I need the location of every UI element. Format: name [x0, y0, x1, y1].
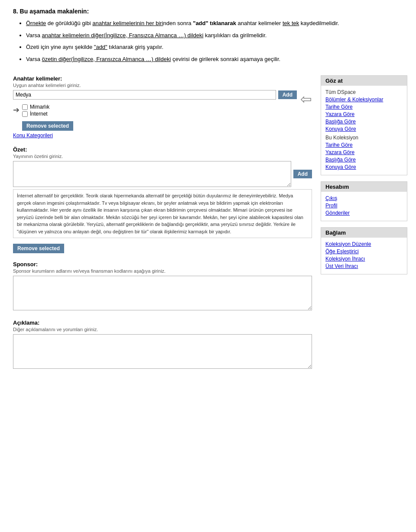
ozet-section: Özet: Yayınının özetini giriniz. Add İnt… [13, 146, 312, 253]
ozet-input-row: Add [13, 161, 312, 187]
sidebar-link-yazara2[interactable]: Yazara Göre [325, 149, 403, 155]
aciklama-hint: Diğer açıklamalarını ve yorumları girini… [13, 327, 312, 332]
bullet-4-underline: özetin diğer(İngilizce, Fransızca Almanc… [42, 56, 171, 62]
aciklama-textarea[interactable] [13, 334, 312, 369]
keywords-input[interactable] [13, 90, 276, 100]
ozet-remove-selected-button[interactable]: Remove selected [13, 244, 64, 253]
sponsor-section: Sponsor: Sponsor kurumların adlarını ve/… [13, 261, 312, 312]
sidebar-link-konuya2[interactable]: Konuya Göre [325, 164, 403, 170]
bullet-3-add: "add" [94, 44, 107, 50]
keywords-input-row: Add [13, 90, 297, 100]
ozet-title: Özet: [13, 146, 312, 153]
bullet-4: Varsa özetin diğer(İngilizce, Fransızca … [26, 55, 403, 64]
bullet-3: Özeti için yine aynı şekilde "add" tıkla… [26, 43, 403, 52]
sidebar-bu-koleksiyon-label: Bu Koleksiyon [325, 135, 403, 141]
sidebar-goz-at-title: Göz at [321, 76, 407, 86]
sidebar-link-yazara1[interactable]: Yazara Göre [325, 111, 403, 117]
sidebar: Göz at Tüm DSpace Bölümler & Koleksiyonl… [316, 75, 407, 378]
keywords-add-button[interactable]: Add [278, 90, 297, 99]
konu-kategorileri-link[interactable]: Konu Kategorileri [13, 132, 297, 139]
keywords-remove-selected-button[interactable]: Remove selected [22, 121, 73, 131]
sponsor-textarea[interactable] [13, 276, 312, 310]
bullet-1: Örnekte de görüldüğü gibi anahtar kelime… [26, 19, 403, 28]
sidebar-goz-at-box: Göz at Tüm DSpace Bölümler & Koleksiyonl… [321, 75, 407, 175]
ozet-add-button[interactable]: Add [293, 170, 312, 178]
keyword-list: Mimarlık İnternet [22, 104, 73, 117]
bullet-list: Örnekte de görüldüğü gibi anahtar kelime… [26, 19, 403, 63]
bullet-1-underline: Örnekte [26, 20, 46, 26]
instructions-section: 8. Bu aşamada makalenin: Örnekte de görü… [0, 0, 416, 71]
bullet-1-keyword: anahtar kelimelerinin her biri [92, 20, 163, 26]
sidebar-link-oge-eslestirici[interactable]: Öğe Eşleştirici [325, 248, 403, 255]
keywords-hint: Uygun anahtar kelimeleri giriniz. [13, 83, 312, 88]
bullet-1-add: "add" [193, 20, 208, 26]
keywords-section: Anahtar kelimeler: Uygun anahtar kelimel… [13, 75, 312, 139]
sidebar-baglam-box: Bağlam Koleksiyon Düzenle Öğe Eşleştiric… [321, 227, 407, 274]
sponsor-title: Sponsor: [13, 261, 312, 268]
sidebar-baglam-title: Bağlam [321, 228, 407, 238]
keyword-item-internet: İnternet [22, 111, 73, 117]
sidebar-link-tarihe1[interactable]: Tarihe Göre [325, 104, 403, 110]
keywords-title: Anahtar kelimeler: [13, 75, 312, 82]
step-title-text: Bu aşamada makalenin: [20, 8, 89, 15]
step-title: 8. Bu aşamada makalenin: [13, 8, 403, 15]
sidebar-link-basligi2[interactable]: Başlığa Göre [325, 157, 403, 163]
bullet-1-tiklanarak: tıklanarak [210, 20, 236, 26]
bullet-2: Varsa anahtar kelimelerin diğer(İngilizc… [26, 31, 403, 40]
step-number: 8. [13, 8, 18, 15]
sidebar-link-cikis[interactable]: Çıkış [325, 195, 403, 201]
content-area: Anahtar kelimeler: Uygun anahtar kelimel… [9, 75, 316, 378]
right-arrow-icon: ➔ [13, 105, 20, 115]
sidebar-hesabim-box: Hesabım Çıkış Profil Gönderiler [321, 181, 407, 221]
sponsor-hint: Sponsor kurumların adlarını ve/veya fina… [13, 268, 312, 274]
aciklama-title: Açıklama: [13, 319, 312, 326]
sidebar-link-bolumler[interactable]: Bölümler & Koleksiyonlar [325, 97, 403, 103]
sidebar-hesabim-title: Hesabım [321, 182, 407, 192]
main-layout: Anahtar kelimeler: Uygun anahtar kelimel… [0, 71, 416, 382]
ozet-hint: Yayınının özetini giriniz. [13, 154, 312, 159]
sidebar-link-koleksiyon-ihraci[interactable]: Koleksiyon İhracı [325, 256, 403, 262]
sidebar-link-koleksiyon-duzenle[interactable]: Koleksiyon Düzenle [325, 241, 403, 247]
summary-text-block: İnternet alternatif bir gerçekliktir. Te… [13, 189, 312, 238]
sidebar-link-gonderiler[interactable]: Gönderiler [325, 210, 403, 216]
bullet-1-tektek: tek tek [283, 20, 299, 26]
keyword-checkbox-mimarlik[interactable] [22, 104, 28, 110]
sidebar-bu-koleksiyon: Bu Koleksiyon Tarihe Göre Yazara Göre Ba… [325, 135, 403, 170]
keyword-item-mimarlik: Mimarlık [22, 104, 73, 110]
sidebar-tum-dspace-label: Tüm DSpace [325, 89, 403, 95]
keyword-label-mimarlik: Mimarlık [30, 104, 49, 110]
keyword-checkbox-internet[interactable] [22, 111, 28, 117]
aciklama-section: Açıklama: Diğer açıklamalarını ve yoruml… [13, 319, 312, 370]
sidebar-link-konuya1[interactable]: Konuya Göre [325, 126, 403, 132]
sidebar-link-tarihe2[interactable]: Tarihe Göre [325, 142, 403, 148]
left-arrow-icon: ⇦ [300, 91, 312, 107]
sidebar-link-ust-veri-ihraci[interactable]: Üst Veri İhracı [325, 263, 403, 269]
ozet-textarea[interactable] [13, 161, 291, 187]
sidebar-link-basligi1[interactable]: Başlığa Göre [325, 119, 403, 125]
keyword-label-internet: İnternet [30, 111, 48, 117]
sidebar-link-profil[interactable]: Profil [325, 203, 403, 209]
bullet-2-underline: anahtar kelimelerin diğer(İngilizce, Fra… [42, 32, 204, 39]
